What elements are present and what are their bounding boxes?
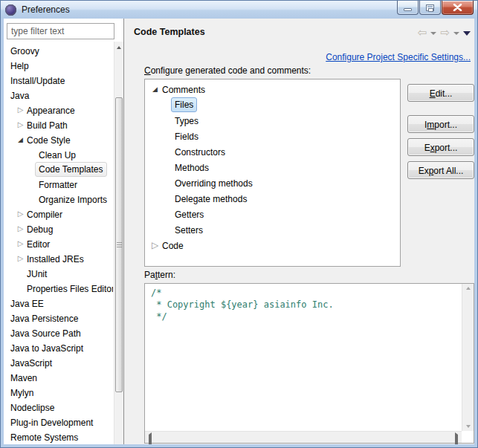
sidebar-item-java-ee[interactable]: Java EE: [4, 296, 113, 311]
tree-expander-icon[interactable]: ▷: [16, 236, 25, 251]
template-item-label: Delegate methods: [175, 192, 247, 206]
template-item-comments[interactable]: ◢Comments: [145, 82, 400, 97]
template-item-overriding-methods[interactable]: Overriding methods: [145, 175, 400, 191]
close-icon: [453, 4, 462, 11]
template-item-files[interactable]: Files: [145, 97, 400, 113]
sidebar-item-label: JUnit: [27, 267, 47, 281]
sidebar-item-label: Java Persistence: [10, 312, 78, 325]
back-icon[interactable]: ⇦: [418, 27, 427, 38]
scroll-right-button[interactable]: [455, 435, 458, 444]
tree-expander-icon[interactable]: ▷: [16, 117, 25, 132]
sidebar-item-editor[interactable]: ▷Editor: [4, 236, 113, 251]
tree-group-label: Configure generated code and comments:: [144, 65, 311, 76]
sidebar-item-compiler[interactable]: ▷Compiler: [4, 207, 113, 221]
sidebar-item-organize-imports[interactable]: Organize Imports: [4, 192, 113, 207]
pattern-vertical-scrollbar[interactable]: [462, 284, 474, 431]
template-item-constructors[interactable]: Constructors: [145, 144, 400, 160]
template-item-methods[interactable]: Methods: [145, 160, 400, 175]
template-item-code[interactable]: ▷Code: [145, 238, 400, 253]
view-menu-icon[interactable]: [463, 31, 471, 36]
template-item-label: Files: [171, 97, 197, 112]
code-line: /*: [151, 287, 462, 299]
sidebar-item-nodeclipse[interactable]: Nodeclipse: [4, 400, 113, 415]
tree-expander-icon[interactable]: ▷: [16, 221, 25, 236]
import-button[interactable]: Import...: [407, 115, 474, 133]
maximize-button[interactable]: [419, 1, 441, 15]
sidebar-item-formatter[interactable]: Formatter: [4, 177, 113, 192]
sidebar-item-label: Code Templates: [35, 162, 107, 177]
scroll-down-button[interactable]: [462, 425, 474, 428]
sidebar-item-junit[interactable]: JUnit: [4, 266, 113, 281]
sidebar-item-properties-files-editor[interactable]: Properties Files Editor: [4, 281, 113, 296]
template-item-label: Methods: [175, 161, 209, 175]
sidebar-item-maven[interactable]: Maven: [4, 370, 113, 385]
minimize-button[interactable]: [397, 1, 419, 15]
back-history-dropdown-icon[interactable]: [430, 32, 436, 35]
sidebar-item-debug[interactable]: ▷Debug: [4, 221, 113, 236]
tree-expander-icon[interactable]: ◢: [16, 132, 25, 147]
sidebar-item-java-to-javascript[interactable]: Java to JavaScript: [4, 340, 113, 355]
sidebar-item-remote-systems[interactable]: Remote Systems: [4, 429, 113, 444]
filter-input[interactable]: [7, 23, 114, 39]
code-line: */: [151, 311, 462, 322]
template-item-types[interactable]: Types: [145, 113, 400, 129]
template-item-getters[interactable]: Getters: [145, 207, 400, 222]
configure-project-settings-link[interactable]: Configure Project Specific Settings...: [326, 52, 471, 62]
page-title: Code Templates: [134, 27, 205, 37]
titlebar[interactable]: Preferences: [1, 1, 477, 19]
preferences-tree: GroovyHelpInstall/UpdateJava▷Appearance▷…: [4, 43, 113, 444]
template-item-label: Code: [162, 239, 184, 253]
sidebar-item-javascript[interactable]: JavaScript: [4, 355, 113, 370]
template-item-delegate-methods[interactable]: Delegate methods: [145, 191, 400, 207]
pattern-editor: /* * Copyright ${year} asiainfo Inc. */: [144, 283, 474, 444]
edit-button[interactable]: Edit...: [407, 84, 474, 102]
sidebar-item-label: JavaScript: [10, 357, 52, 370]
tree-expander-icon[interactable]: ▷: [16, 251, 25, 266]
scroll-up-button[interactable]: [114, 42, 123, 53]
close-button[interactable]: [442, 1, 474, 15]
forward-icon[interactable]: ⇨: [440, 27, 450, 38]
sidebar-item-build-path[interactable]: ▷Build Path: [4, 117, 113, 132]
sidebar-item-label: Properties Files Editor: [27, 282, 113, 296]
sidebar-item-clean-up[interactable]: Clean Up: [4, 147, 113, 162]
sidebar-scrollbar[interactable]: [114, 42, 123, 444]
sidebar-item-java-source-path[interactable]: Java Source Path: [4, 325, 113, 340]
tree-expander-icon[interactable]: ▷: [16, 103, 25, 117]
eclipse-icon: [5, 4, 16, 16]
sidebar-item-java[interactable]: Java: [4, 88, 113, 103]
window-controls: [397, 1, 474, 15]
scroll-up-button[interactable]: [462, 287, 474, 290]
sidebar-item-installed-jres[interactable]: ▷Installed JREs: [4, 251, 113, 266]
sidebar-item-install-update[interactable]: Install/Update: [4, 73, 113, 88]
sidebar-item-groovy[interactable]: Groovy: [4, 43, 113, 58]
sidebar-item-plug-in-development[interactable]: Plug-in Development: [4, 415, 113, 429]
sidebar-item-label: Help: [10, 59, 29, 73]
sidebar-item-label: Formatter: [39, 178, 77, 192]
scroll-left-button[interactable]: [149, 435, 152, 444]
template-item-fields[interactable]: Fields: [145, 129, 400, 144]
export-button[interactable]: Export...: [407, 138, 474, 156]
sidebar-item-appearance[interactable]: ▷Appearance: [4, 103, 113, 117]
sidebar-item-label: Organize Imports: [39, 193, 107, 207]
pattern-horizontal-scrollbar[interactable]: [145, 431, 462, 443]
template-item-setters[interactable]: Setters: [145, 222, 400, 238]
sidebar-item-label: Debug: [27, 223, 53, 236]
sidebar-item-code-templates[interactable]: Code Templates: [4, 162, 113, 177]
pattern-code-area[interactable]: /* * Copyright ${year} asiainfo Inc. */: [145, 284, 462, 431]
sidebar-item-label: Code Style: [27, 134, 71, 147]
sidebar-item-label: Installed JREs: [27, 253, 84, 266]
export-all-button[interactable]: Export All...: [407, 161, 474, 179]
forward-history-dropdown-icon[interactable]: [453, 32, 459, 35]
sidebar-item-label: Clean Up: [39, 149, 76, 162]
tree-expander-icon[interactable]: ◢: [150, 82, 160, 97]
thumb-grip-icon: [117, 242, 122, 248]
template-item-label: Getters: [175, 208, 204, 221]
tree-expander-icon[interactable]: ▷: [16, 207, 25, 221]
sidebar-item-label: Editor: [27, 238, 50, 251]
sidebar-item-mylyn[interactable]: Mylyn: [4, 385, 113, 400]
sidebar-item-java-persistence[interactable]: Java Persistence: [4, 311, 113, 325]
tree-expander-icon[interactable]: ▷: [150, 238, 160, 253]
sidebar-item-code-style[interactable]: ◢Code Style: [4, 132, 113, 147]
scrollbar-thumb[interactable]: [115, 97, 123, 392]
sidebar-item-help[interactable]: Help: [4, 58, 113, 73]
